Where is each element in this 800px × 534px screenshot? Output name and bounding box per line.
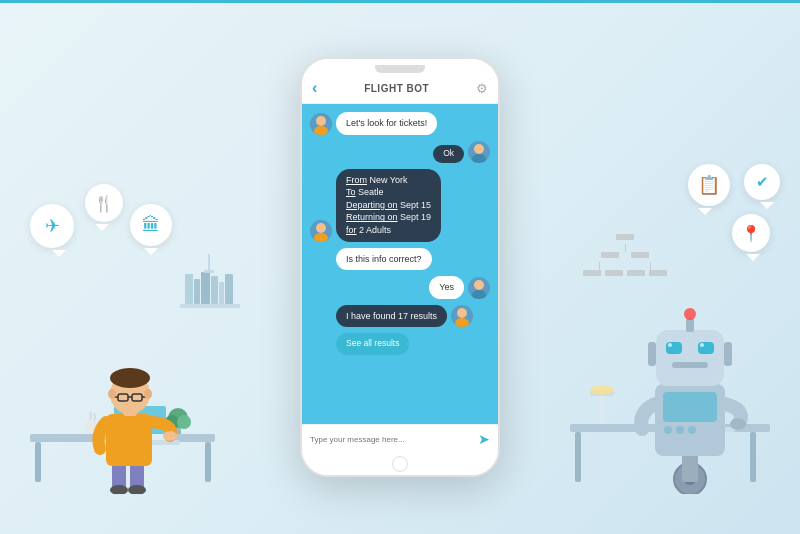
message-row-2: Ok — [310, 141, 490, 163]
bank-icon: 🏛 — [142, 215, 160, 236]
clipboard-icon-bubble: 📋 — [688, 164, 730, 206]
svg-rect-73 — [648, 342, 656, 366]
clipboard-icon: 📋 — [698, 174, 720, 196]
phone-bottom-bar — [302, 453, 498, 475]
user-message-ok: Ok — [433, 145, 464, 163]
svg-rect-59 — [663, 392, 717, 422]
svg-rect-11 — [205, 442, 211, 482]
bot-message-confirm: Is this info correct? — [336, 248, 432, 271]
location-pin-icon: 📍 — [741, 224, 761, 243]
svg-rect-71 — [686, 318, 694, 332]
svg-rect-24 — [106, 414, 152, 466]
phone-mockup: ‹ FLIGHT BOT ⚙ Let's look for tickets! O… — [300, 57, 500, 477]
svg-point-19 — [177, 415, 191, 429]
svg-point-42 — [474, 280, 484, 290]
svg-point-41 — [314, 233, 328, 242]
top-accent-line — [0, 0, 800, 3]
svg-point-68 — [668, 343, 672, 347]
svg-point-51 — [590, 385, 614, 395]
svg-point-43 — [472, 290, 486, 299]
svg-rect-10 — [35, 442, 41, 482]
svg-rect-8 — [204, 270, 214, 273]
message-input[interactable] — [310, 435, 472, 444]
message-row-3: From New York To Seatle Departing on Sep… — [310, 169, 490, 242]
svg-point-72 — [684, 308, 696, 320]
svg-point-61 — [676, 426, 684, 434]
svg-point-60 — [664, 426, 672, 434]
see-all-results-button[interactable]: See all results — [336, 333, 409, 355]
settings-gear-icon[interactable]: ⚙ — [476, 81, 488, 96]
svg-point-25 — [163, 431, 177, 441]
bank-icon-bubble: 🏛 — [130, 204, 172, 246]
message-row-1: Let's look for tickets! — [310, 112, 490, 135]
svg-point-44 — [457, 308, 467, 318]
svg-point-45 — [455, 318, 469, 327]
user-avatar-1 — [468, 141, 490, 163]
message-row-6: I have found 17 results — [310, 305, 490, 328]
food-icon-bubble: 🍴 — [85, 184, 123, 222]
location-pin-icon-bubble: 📍 — [732, 214, 770, 252]
message-row-7: See all results — [310, 333, 490, 355]
svg-rect-48 — [750, 432, 756, 482]
message-row-5: Yes — [310, 276, 490, 299]
svg-point-28 — [110, 368, 150, 388]
food-icon: 🍴 — [94, 194, 114, 213]
phone-top-bar — [302, 59, 498, 73]
phone-notch — [375, 65, 425, 73]
svg-point-38 — [474, 144, 484, 154]
airplane-icon-bubble: ✈ — [30, 204, 74, 248]
checkmark-icon: ✔ — [756, 173, 769, 191]
person-desk-illustration — [20, 294, 240, 494]
chat-input-area: ➤ — [302, 424, 498, 453]
chat-title: FLIGHT BOT — [317, 83, 476, 94]
svg-point-35 — [144, 389, 152, 399]
bot-avatar-1 — [310, 113, 332, 135]
chat-body: Let's look for tickets! Ok From New York… — [302, 104, 498, 424]
svg-point-39 — [472, 154, 486, 163]
svg-rect-7 — [208, 254, 210, 272]
svg-point-37 — [314, 126, 328, 135]
left-person-scene: ✈ 🍴 🏛 — [20, 174, 230, 494]
svg-point-69 — [700, 343, 704, 347]
bot-avatar-2 — [310, 220, 332, 242]
send-button[interactable]: ➤ — [478, 431, 490, 447]
svg-point-34 — [108, 389, 116, 399]
svg-rect-49 — [600, 392, 604, 424]
message-row-4: Is this info correct? — [310, 248, 490, 271]
svg-point-63 — [730, 418, 746, 430]
bot-message-flight-details: From New York To Seatle Departing on Sep… — [336, 169, 441, 242]
svg-point-40 — [316, 223, 326, 233]
svg-rect-70 — [672, 362, 708, 368]
svg-rect-74 — [724, 342, 732, 366]
checkmark-icon-bubble: ✔ — [744, 164, 780, 200]
robot-illustration — [560, 274, 780, 494]
svg-point-62 — [688, 426, 696, 434]
bot-avatar-3 — [451, 305, 473, 327]
airplane-icon: ✈ — [45, 215, 60, 237]
user-avatar-2 — [468, 277, 490, 299]
bot-message-1: Let's look for tickets! — [336, 112, 437, 135]
svg-point-36 — [316, 116, 326, 126]
svg-rect-65 — [656, 330, 724, 386]
svg-rect-57 — [682, 452, 698, 482]
phone-home-button[interactable] — [392, 456, 408, 472]
bot-message-results: I have found 17 results — [336, 305, 447, 328]
user-message-yes: Yes — [429, 276, 464, 299]
right-robot-scene: 📋 📍 ✔ — [560, 154, 780, 494]
chat-header: ‹ FLIGHT BOT ⚙ — [302, 73, 498, 104]
svg-rect-47 — [575, 432, 581, 482]
